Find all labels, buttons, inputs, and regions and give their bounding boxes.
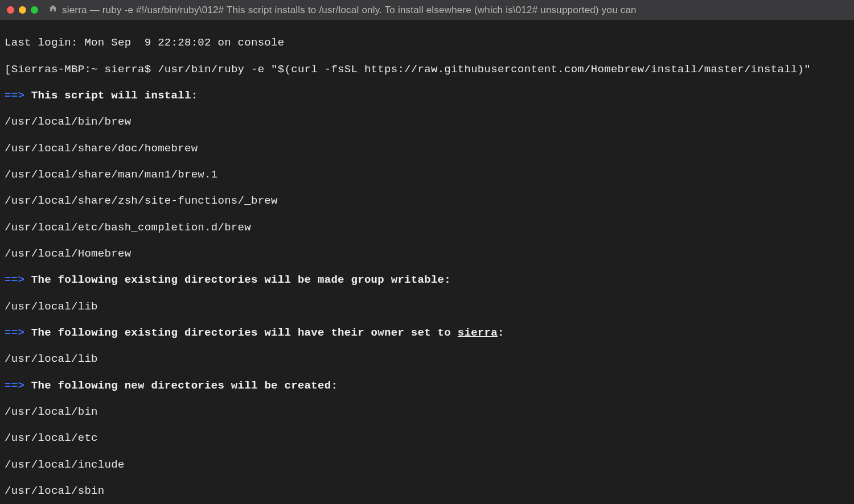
writable-header: The following existing directories will …	[31, 274, 451, 286]
minimize-button[interactable]	[19, 6, 26, 14]
path-line: /usr/local/share/zsh/site-functions/_bre…	[5, 195, 849, 208]
close-button[interactable]	[7, 6, 14, 14]
arrow-icon: ==>	[5, 379, 24, 392]
last-login-line: Last login: Mon Sep 9 22:28:02 on consol…	[5, 36, 849, 49]
path-line: /usr/local/include	[5, 458, 849, 472]
owner-header-pre: The following existing directories will …	[31, 327, 458, 339]
fullscreen-button[interactable]	[31, 6, 38, 14]
window-title: sierra — ruby -e #!/usr/bin/ruby\012# Th…	[62, 5, 637, 16]
terminal-content[interactable]: Last login: Mon Sep 9 22:28:02 on consol…	[0, 20, 854, 504]
section-header: ==> The following new directories will b…	[5, 379, 849, 393]
window-titlebar: sierra — ruby -e #!/usr/bin/ruby\012# Th…	[0, 0, 854, 20]
path-line: /usr/local/bin/brew	[5, 115, 849, 129]
new-header: The following new directories will be cr…	[31, 379, 338, 392]
arrow-icon: ==>	[5, 274, 24, 286]
path-line: /usr/local/etc	[5, 432, 849, 445]
path-line: /usr/local/sbin	[5, 485, 849, 498]
path-line: /usr/local/lib	[5, 353, 849, 366]
arrow-icon: ==>	[5, 89, 24, 102]
prompt-line: [Sierras-MBP:~ sierra$ /usr/bin/ruby -e …	[5, 63, 849, 76]
path-line: /usr/local/etc/bash_completion.d/brew	[5, 221, 849, 234]
section-header: ==> The following existing directories w…	[5, 274, 849, 287]
path-line: /usr/local/share/doc/homebrew	[5, 142, 849, 155]
traffic-lights	[7, 6, 38, 14]
path-line: /usr/local/lib	[5, 300, 849, 313]
path-line: /usr/local/Homebrew	[5, 247, 849, 261]
owner-header-post: :	[498, 327, 504, 339]
owner-username: sierra	[458, 327, 498, 339]
home-icon	[48, 4, 58, 16]
prompt-host: [Sierras-MBP:~ sierra$	[5, 63, 158, 76]
path-line: /usr/local/bin	[5, 406, 849, 419]
arrow-icon: ==>	[5, 327, 24, 339]
section-header: ==> The following existing directories w…	[5, 327, 849, 340]
path-line: /usr/local/share/man/man1/brew.1	[5, 168, 849, 181]
install-header: This script will install:	[31, 89, 198, 102]
section-header: ==> This script will install:	[5, 89, 849, 102]
prompt-command: /usr/bin/ruby -e "$(curl -fsSL https://r…	[158, 63, 811, 76]
